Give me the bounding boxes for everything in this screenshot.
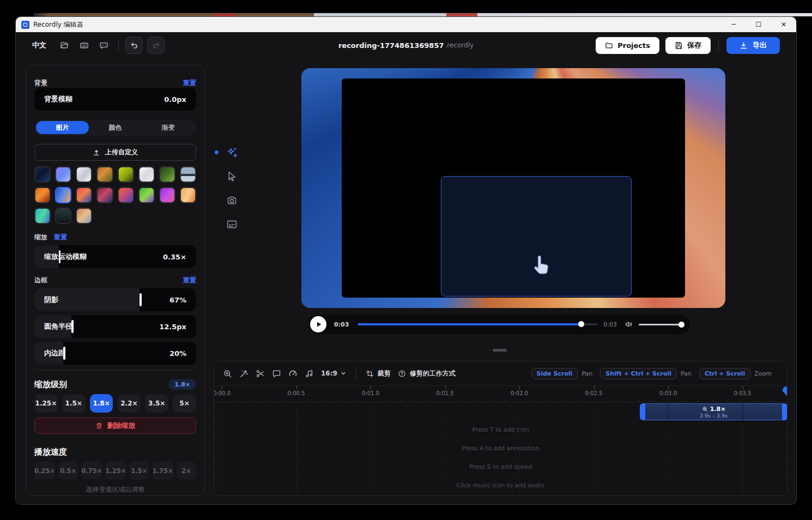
music-button[interactable] — [305, 369, 314, 378]
wallpaper-thumbnail[interactable] — [34, 166, 51, 183]
zoom-level-button[interactable]: 1.8× — [90, 394, 113, 413]
zoom-level-button[interactable]: 3.5× — [145, 394, 168, 413]
background-blur-slider[interactable]: 背景模糊 0.0px — [34, 88, 196, 111]
preview-canvas[interactable] — [301, 68, 725, 308]
captions-tool[interactable] — [220, 217, 244, 231]
progress-bar[interactable] — [357, 323, 598, 325]
projects-button[interactable]: Projects — [596, 37, 659, 54]
wallpaper-thumbnail[interactable] — [159, 166, 175, 183]
slider-handle[interactable] — [140, 293, 142, 306]
timeline-gridline — [222, 402, 222, 495]
wallpaper-thumbnail[interactable] — [76, 187, 92, 203]
playback-bar: 0:03 0:03 — [308, 315, 690, 334]
auto-edit-button[interactable] — [239, 369, 249, 378]
speed-button[interactable]: 2× — [177, 462, 196, 480]
timeline-gridline — [371, 402, 371, 495]
zoom-motion-blur-slider[interactable]: 缩放运动模糊 0.35× — [34, 245, 196, 268]
playhead[interactable] — [783, 386, 787, 394]
annotation-button[interactable] — [272, 369, 281, 378]
cut-button[interactable] — [256, 369, 265, 378]
speed-button[interactable]: 1.75× — [153, 462, 173, 480]
minimize-button[interactable]: ─ — [721, 17, 746, 32]
wallpaper-thumbnail[interactable] — [96, 187, 113, 203]
slider-label: 圆角半径 — [44, 322, 72, 331]
background-tab[interactable]: 颜色 — [89, 121, 142, 134]
wallpaper-thumbnail[interactable] — [180, 187, 196, 203]
zoom-level-button[interactable]: 1.25× — [34, 394, 58, 413]
zoom-level-button[interactable]: 5× — [173, 394, 196, 413]
ruler-tick-label: 0:01.5 — [437, 390, 454, 396]
delete-zoom-button[interactable]: 删除缩放 — [34, 418, 196, 434]
timeline-lanes[interactable]: 1.8× 2.9s – 3.9s Press T to add trimPres… — [214, 402, 787, 495]
volume-button[interactable] — [625, 320, 633, 329]
trim-help-button[interactable]: 修剪的工作方式 — [398, 369, 456, 378]
segment-right-handle[interactable] — [782, 403, 787, 420]
timeline-ruler[interactable]: 0:00.00:00.50:01.00:01.50:02.00:02.50:03… — [214, 385, 787, 402]
export-button[interactable]: 导出 — [726, 37, 780, 54]
wallpaper-thumbnail[interactable] — [34, 187, 51, 203]
slider-label: 背景模糊 — [44, 94, 72, 104]
border-slider[interactable]: 圆角半径 12.5px — [34, 315, 196, 338]
aspect-ratio-dropdown[interactable]: 16:9 — [321, 370, 347, 377]
wallpaper-thumbnail[interactable] — [55, 166, 71, 183]
border-slider[interactable]: 阴影 67% — [34, 288, 196, 311]
wallpaper-thumbnail[interactable] — [76, 208, 92, 224]
speed-button[interactable] — [288, 369, 298, 378]
zoom-level-button[interactable]: 1.5× — [62, 394, 86, 413]
language-button[interactable]: 中文 — [32, 40, 46, 50]
border-reset-button[interactable]: 重置 — [183, 276, 196, 285]
cursor-tool[interactable] — [220, 170, 244, 183]
progress-handle[interactable] — [578, 321, 584, 327]
zoom-segment[interactable]: 1.8× 2.9s – 3.9s — [640, 403, 787, 420]
wallpaper-thumbnail[interactable] — [96, 166, 113, 183]
wallpaper-thumbnail[interactable] — [55, 208, 71, 224]
volume-handle[interactable] — [678, 322, 684, 328]
ruler-minor-tick — [430, 400, 431, 402]
zoom-reset-button[interactable]: 重置 — [54, 233, 67, 242]
feedback-button[interactable] — [96, 38, 111, 52]
volume-slider[interactable] — [639, 324, 683, 325]
wallpaper-thumbnail[interactable] — [180, 166, 196, 183]
wallpaper-thumbnail[interactable] — [138, 187, 155, 203]
shortcuts-button[interactable] — [77, 38, 91, 52]
speed-button[interactable]: 0.25× — [34, 462, 55, 480]
border-slider[interactable]: 内边距 20% — [34, 342, 196, 365]
duration: 0:03 — [603, 321, 617, 328]
undo-button[interactable] — [125, 37, 143, 54]
background-tab[interactable]: 渐变 — [142, 121, 195, 134]
section-title: 播放速度 — [34, 447, 67, 457]
ruler-minor-tick — [385, 400, 386, 402]
chat-icon — [99, 41, 108, 50]
background-reset-button[interactable]: 重置 — [183, 78, 196, 88]
open-file-button[interactable] — [57, 38, 71, 52]
play-button[interactable] — [310, 316, 326, 332]
redo-button[interactable] — [147, 37, 165, 54]
zoom-level-button[interactable]: 2.2× — [117, 394, 141, 413]
upload-custom-button[interactable]: 上传自定义 — [34, 144, 196, 161]
segment-left-handle[interactable] — [640, 403, 645, 420]
maximize-button[interactable]: ☐ — [746, 17, 771, 32]
speed-hint: 选择变速区域以调整 — [34, 485, 196, 494]
wallpaper-thumbnail[interactable] — [76, 166, 92, 183]
ruler-minor-tick — [728, 400, 728, 402]
wallpaper-thumbnail[interactable] — [138, 166, 155, 183]
wallpaper-thumbnail[interactable] — [159, 187, 175, 203]
background-tab[interactable]: 图片 — [36, 121, 89, 134]
auto-zoom-tool[interactable] — [220, 146, 244, 159]
speed-button[interactable]: 1.25× — [105, 462, 126, 480]
wallpaper-thumbnail[interactable] — [55, 187, 71, 203]
speed-button[interactable]: 0.75× — [81, 462, 102, 480]
wallpaper-thumbnail[interactable] — [118, 166, 134, 183]
wallpaper-thumbnail[interactable] — [34, 208, 51, 224]
crop-button[interactable]: 裁剪 — [366, 369, 391, 378]
wallpaper-thumbnail[interactable] — [118, 187, 134, 203]
webcam-tool[interactable] — [220, 194, 244, 207]
comment-icon — [272, 369, 281, 378]
panel-resize-handle[interactable] — [493, 349, 507, 352]
speed-button[interactable]: 1.5× — [129, 462, 149, 480]
close-button[interactable]: ✕ — [771, 17, 796, 32]
speed-button[interactable]: 0.5× — [58, 462, 78, 480]
slider-label: 阴影 — [44, 295, 58, 305]
save-button[interactable]: 保存 — [665, 37, 711, 54]
timeline-zoom-button[interactable] — [223, 369, 232, 378]
